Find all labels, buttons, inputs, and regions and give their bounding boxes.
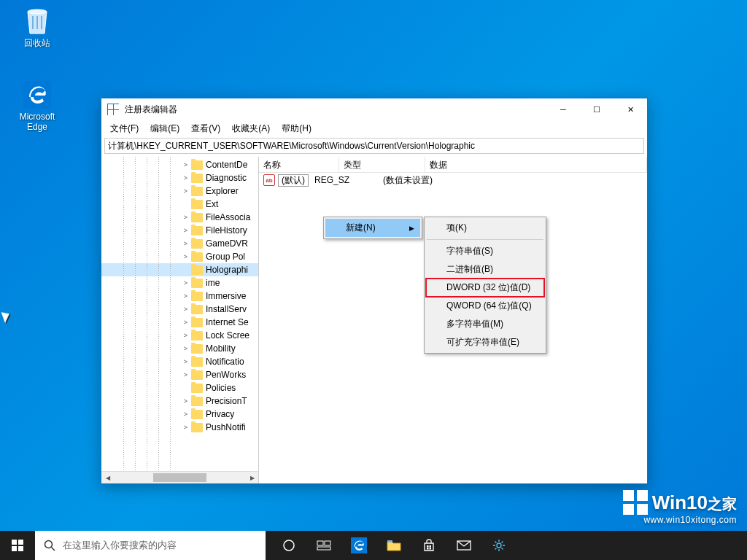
start-button[interactable] (0, 531, 35, 560)
expander-icon[interactable]: > (182, 332, 190, 340)
tree-item-label: PenWorks (206, 370, 246, 380)
expander-icon[interactable]: > (182, 214, 190, 222)
cortana-icon[interactable] (271, 531, 306, 560)
tree-item-label: Lock Scree (206, 330, 249, 341)
taskbar-edge-icon[interactable] (341, 531, 376, 560)
svg-rect-7 (317, 547, 330, 550)
svg-rect-12 (427, 548, 429, 550)
expander-icon[interactable]: > (182, 424, 190, 432)
tree-horizontal-scrollbar[interactable]: ◀ ▶ (101, 471, 258, 483)
menu-favorites[interactable]: 收藏夹(A) (226, 121, 276, 136)
tree-item-label: Notificatio (206, 357, 244, 367)
window-title: 注册表编辑器 (125, 104, 546, 116)
watermark-logo-icon (623, 490, 648, 515)
tree-item-label: ime (206, 278, 220, 288)
context-menu-new[interactable]: 新建(N) ▶ (325, 219, 420, 237)
menu-file[interactable]: 文件(F) (104, 121, 144, 136)
folder-icon (191, 344, 203, 354)
folder-icon (191, 410, 203, 419)
minimize-button[interactable]: ─ (546, 98, 580, 120)
submenu-item-string[interactable]: 字符串值(S) (426, 242, 544, 260)
tree-item-label: Privacy (206, 409, 234, 419)
svg-point-4 (284, 540, 294, 551)
expander-icon[interactable]: > (182, 187, 190, 195)
folder-icon (191, 370, 203, 380)
tree-item-label: FileAssocia (206, 212, 250, 222)
tree-item-label: Ext (206, 199, 218, 209)
taskbar-mail-icon[interactable] (446, 531, 481, 560)
svg-line-3 (52, 548, 55, 551)
desktop-icon-label: 回收站 (12, 37, 63, 50)
submenu-item-dword[interactable]: DWORD (32 位)值(D) (426, 279, 544, 297)
expander-icon[interactable]: > (182, 319, 190, 327)
expander-icon[interactable]: > (182, 358, 190, 366)
submenu-arrow-icon: ▶ (409, 225, 414, 232)
tree-item-label: Holographi (206, 265, 248, 275)
tree-item-label: Explorer (206, 186, 239, 196)
regedit-icon (107, 104, 119, 115)
value-type: REG_SZ (310, 175, 379, 185)
col-data[interactable]: 数据 (425, 157, 647, 172)
col-type[interactable]: 类型 (339, 157, 425, 172)
menu-help[interactable]: 帮助(H) (276, 121, 317, 136)
taskbar-search-box[interactable]: 在这里输入你要搜索的内容 (35, 531, 266, 560)
expander-icon[interactable]: > (182, 411, 190, 419)
tree-item-label: Mobility (206, 343, 236, 354)
tree-panel[interactable]: >ContentDe>Diagnostic>ExplorerExt>FileAs… (101, 157, 259, 483)
expander-icon[interactable]: > (182, 306, 190, 314)
expander-icon[interactable]: > (182, 371, 190, 379)
expander-icon[interactable]: > (182, 227, 190, 235)
submenu-item-qword[interactable]: QWORD (64 位)值(Q) (426, 297, 544, 315)
watermark-url: www.win10xitong.com (623, 515, 737, 525)
taskbar-explorer-icon[interactable] (376, 531, 411, 560)
submenu-item-expandstring[interactable]: 可扩充字符串值(E) (426, 333, 544, 351)
expander-icon[interactable] (182, 201, 190, 209)
taskbar-settings-icon[interactable] (481, 531, 516, 560)
expander-icon[interactable]: > (182, 161, 190, 169)
value-row-default[interactable]: ab (默认) REG_SZ (数值未设置) (259, 173, 647, 187)
folder-icon (191, 187, 203, 196)
list-header: 名称 类型 数据 (259, 157, 647, 173)
folder-icon (191, 331, 203, 341)
search-placeholder: 在这里输入你要搜索的内容 (63, 539, 177, 552)
expander-icon[interactable] (182, 384, 190, 392)
folder-icon (191, 213, 203, 222)
close-button[interactable]: ✕ (614, 98, 647, 120)
folder-icon (191, 200, 203, 209)
edge-icon (23, 80, 52, 109)
expander-icon[interactable]: > (182, 253, 190, 261)
desktop-icon-recycle-bin[interactable]: 回收站 (12, 6, 63, 50)
desktop-icon-label: Microsoft Edge (12, 112, 63, 132)
expander-icon[interactable]: > (182, 240, 190, 248)
search-icon (44, 540, 55, 551)
expander-icon[interactable] (182, 266, 190, 274)
folder-icon (191, 239, 203, 249)
expander-icon[interactable]: > (182, 397, 190, 405)
submenu-item-multistring[interactable]: 多字符串值(M) (426, 315, 544, 333)
svg-rect-11 (430, 545, 432, 548)
taskbar-store-icon[interactable] (411, 531, 446, 560)
col-name[interactable]: 名称 (259, 157, 339, 172)
desktop-icon-edge[interactable]: Microsoft Edge (12, 80, 63, 132)
titlebar[interactable]: 注册表编辑器 ─ ☐ ✕ (101, 98, 647, 120)
tree-item-label: PushNotifi (206, 422, 246, 432)
menu-view[interactable]: 查看(V) (185, 121, 226, 136)
menubar: 文件(F) 编辑(E) 查看(V) 收藏夹(A) 帮助(H) (101, 120, 647, 136)
expander-icon[interactable]: > (182, 279, 190, 287)
svg-rect-6 (325, 541, 330, 545)
folder-icon (191, 397, 203, 406)
tree-item-label: Group Pol (206, 252, 245, 262)
value-data: (数值未设置) (379, 174, 437, 187)
expander-icon[interactable]: > (182, 292, 190, 300)
maximize-button[interactable]: ☐ (580, 98, 614, 120)
menu-edit[interactable]: 编辑(E) (144, 121, 185, 136)
tree-item-label: PrecisionT (206, 396, 247, 406)
expander-icon[interactable]: > (182, 345, 190, 353)
values-list-panel[interactable]: 名称 类型 数据 ab (默认) REG_SZ (数值未设置) 新建(N) ▶ … (259, 157, 647, 483)
submenu-item-binary[interactable]: 二进制值(B) (426, 260, 544, 279)
task-view-icon[interactable] (306, 531, 341, 560)
submenu-item-key[interactable]: 项(K) (426, 219, 544, 237)
tree-item-label: InstallServ (206, 304, 247, 314)
expander-icon[interactable]: > (182, 174, 190, 182)
address-bar[interactable]: 计算机\HKEY_CURRENT_USER\SOFTWARE\Microsoft… (104, 138, 644, 154)
